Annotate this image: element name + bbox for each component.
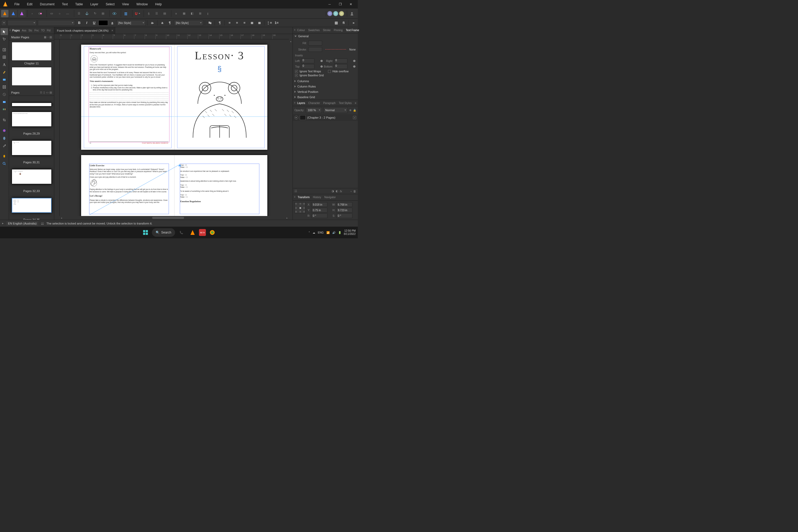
shape-tool[interactable]: [1, 76, 8, 83]
spinner[interactable]: [320, 64, 323, 69]
text-frame-tool[interactable]: T: [1, 46, 8, 53]
baseline-icon[interactable]: ≡: [172, 10, 180, 17]
section-icon[interactable]: §: [145, 10, 152, 17]
start-button[interactable]: [141, 228, 150, 237]
pages-view-icon[interactable]: ☷: [40, 91, 42, 94]
tab-stroke[interactable]: Stroke: [321, 29, 332, 32]
taskbar-firefox-icon[interactable]: [208, 228, 217, 237]
menu-file[interactable]: File: [11, 1, 23, 7]
font-family-combo[interactable]: [1, 20, 6, 26]
tab-fields[interactable]: Fld: [46, 29, 52, 32]
section-general[interactable]: General: [293, 34, 358, 39]
spread-thumb-2829[interactable]: [12, 103, 52, 107]
close-button[interactable]: ✕: [345, 1, 356, 8]
typography-icon[interactable]: a: [159, 20, 166, 26]
layer-stack-icon[interactable]: ☷: [294, 189, 297, 193]
r-input[interactable]: 0 °: [311, 213, 327, 218]
add-layer-icon[interactable]: ▫: [350, 190, 352, 193]
font-style-combo[interactable]: [7, 20, 37, 26]
tab-stock[interactable]: Stc: [27, 29, 33, 32]
y-input[interactable]: 0.75 in: [311, 208, 327, 212]
preview-icon[interactable]: [111, 10, 118, 17]
list-number-icon[interactable]: 1≡: [273, 20, 280, 26]
language-selector[interactable]: EN English (Australia): [6, 221, 38, 226]
section-columns[interactable]: Columns: [293, 78, 358, 84]
align-icon[interactable]: ☰: [75, 10, 83, 17]
picture-frame-tool[interactable]: [1, 83, 8, 91]
document-canvas[interactable]: Homework Every now and then, you will no…: [60, 39, 289, 216]
layer-fx-icon[interactable]: ✻: [349, 109, 352, 112]
superscript-icon[interactable]: a▴: [149, 20, 156, 26]
hand-tool[interactable]: [1, 153, 8, 159]
align-lines-icon[interactable]: [122, 10, 130, 17]
menu-window[interactable]: Window: [133, 1, 151, 7]
line-icon[interactable]: ―: [64, 10, 71, 17]
ligature-icon[interactable]: fi: [341, 20, 347, 26]
pen-tool[interactable]: [1, 69, 8, 76]
index-icon[interactable]: ▤: [161, 10, 168, 17]
anchor-icon[interactable]: ⚓: [83, 10, 91, 17]
tray-battery-icon[interactable]: 🔋: [338, 231, 341, 234]
blend-mode-combo[interactable]: Normal: [323, 107, 348, 113]
horizontal-scrollbar[interactable]: ◂▸: [60, 216, 289, 220]
align-more-icon[interactable]: ≣: [256, 20, 263, 26]
pages-single-icon[interactable]: ▯: [43, 91, 45, 94]
tab-history[interactable]: History: [311, 196, 323, 199]
vertical-ruler[interactable]: [54, 39, 60, 216]
fill-tool[interactable]: [1, 127, 8, 134]
close-tab-icon[interactable]: ×: [111, 29, 113, 33]
tab-layers[interactable]: Layers: [296, 101, 307, 104]
tab-text-styles[interactable]: Text Styles: [337, 101, 353, 104]
account-icon[interactable]: [348, 10, 356, 17]
section-vertical-position[interactable]: Vertical Position: [293, 89, 358, 94]
colour-picker-tool[interactable]: [1, 142, 8, 149]
vertical-scrollbar[interactable]: ▴: [289, 39, 292, 216]
grid-icon[interactable]: ▦: [180, 10, 188, 17]
anchor-point-selector[interactable]: [294, 202, 306, 213]
tab-navigator[interactable]: Navigator: [323, 196, 337, 199]
menu-text[interactable]: Text: [59, 1, 71, 7]
quick-colour-3[interactable]: [339, 11, 344, 16]
character-style-combo[interactable]: [No Style]: [116, 20, 146, 26]
columns-icon[interactable]: ▥: [333, 20, 339, 26]
tray-onedrive-icon[interactable]: ☁: [312, 231, 315, 234]
menu-table[interactable]: Table: [72, 1, 86, 7]
menu-edit[interactable]: Edit: [24, 1, 36, 7]
pilcrow-icon[interactable]: ¶: [167, 20, 173, 26]
table-tool[interactable]: [1, 54, 8, 61]
tab-paragraph[interactable]: Paragraph: [322, 101, 337, 104]
menu-select[interactable]: Select: [102, 1, 118, 7]
inset-right-input[interactable]: 0: [334, 58, 347, 63]
maximize-button[interactable]: ❐: [335, 1, 345, 8]
menu-view[interactable]: View: [119, 1, 132, 7]
overflow-menu-icon[interactable]: »: [350, 20, 357, 26]
opacity-combo[interactable]: 100 %: [306, 107, 322, 113]
arrange-icon[interactable]: [36, 10, 44, 17]
tab-find[interactable]: Fnc: [33, 29, 40, 32]
ruler-origin[interactable]: [54, 34, 60, 39]
tab-transform[interactable]: Transform: [296, 196, 311, 199]
list-bullet-icon[interactable]: ⋮≡: [266, 20, 272, 26]
ignore-baseline-checkbox[interactable]: [295, 74, 298, 77]
ignore-wraps-checkbox[interactable]: [295, 70, 298, 73]
adjustment-icon[interactable]: ◐: [336, 189, 338, 193]
artistic-text-tool[interactable]: A: [1, 61, 8, 68]
menu-document[interactable]: Document: [37, 1, 58, 7]
delete-layer-icon[interactable]: 🗑: [353, 190, 356, 193]
transparency-tool[interactable]: [1, 135, 8, 141]
tab-pinning[interactable]: Pinning: [332, 29, 344, 32]
align-left-icon[interactable]: ≡: [226, 20, 233, 26]
mask-icon[interactable]: ◑: [331, 189, 334, 193]
tab-swatches[interactable]: Swatches: [306, 29, 321, 32]
snapping-icon[interactable]: [134, 10, 141, 17]
spread-thumb-3031[interactable]: Lorem ipsum placeholder preview content: [12, 112, 52, 127]
zoom-tool[interactable]: [1, 160, 8, 167]
spread-thumb-3435[interactable]: Little Exercisetxt txtLet's Recap☐☐txt☐☐: [12, 198, 52, 213]
pages-menu-icon[interactable]: ▤: [50, 91, 52, 94]
fill-well[interactable]: [308, 41, 322, 45]
move-tool[interactable]: [1, 28, 8, 35]
spread-thumb-3233[interactable]: HomeworktxtLESSON 3🐻: [12, 169, 52, 184]
fx-icon[interactable]: fx: [340, 190, 342, 193]
inset-left-input[interactable]: 0: [301, 58, 315, 63]
toc-icon[interactable]: ☰: [153, 10, 160, 17]
